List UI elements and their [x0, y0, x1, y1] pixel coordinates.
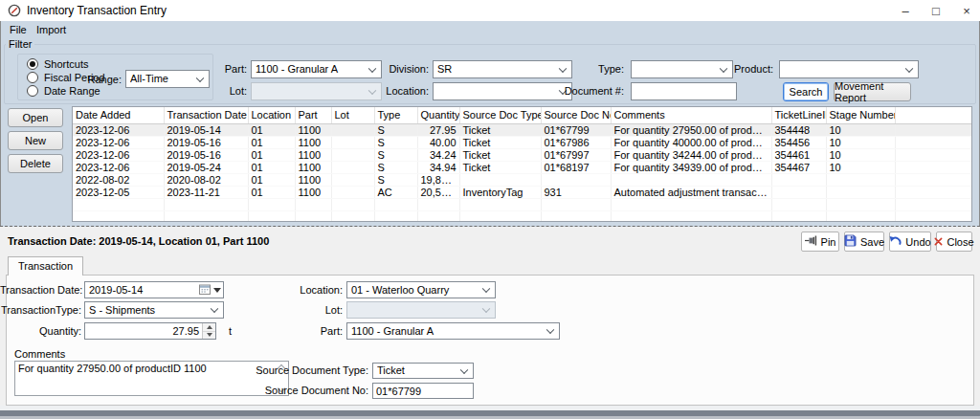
table-row[interactable]: 2023-12-062019-05-24011100S34.94Ticket01… [73, 161, 971, 173]
column-header[interactable]: Lot [331, 107, 374, 123]
lot-label: Lot: [239, 301, 343, 319]
table-cell: 01*67986 [541, 136, 611, 148]
table-cell: 1100 [295, 186, 331, 198]
app-window: Inventory Transaction Entry – □ × File I… [0, 0, 980, 419]
column-header[interactable]: Location [248, 107, 295, 123]
transaction-type-label: TransactionType: [0, 301, 81, 319]
table-row[interactable]: 2023-12-062019-05-16011100S34.24Ticket01… [73, 148, 971, 161]
radio-shortcuts[interactable]: Shortcuts [27, 58, 88, 70]
column-header[interactable]: Part [295, 107, 331, 123]
quantity-value: 27.95 [172, 323, 199, 339]
new-button[interactable]: New [8, 131, 63, 150]
column-header[interactable]: Stage Number [826, 107, 895, 123]
table-cell: 354461 [771, 148, 826, 161]
open-button[interactable]: Open [8, 108, 63, 127]
division-filter-select[interactable]: SR [433, 60, 572, 78]
tab-transaction[interactable]: Transaction [8, 256, 83, 276]
table-cell: 2019-05-14 [164, 123, 248, 136]
column-header[interactable]: Source Doc Type [459, 107, 541, 123]
document-no-input[interactable] [631, 82, 737, 100]
column-header[interactable]: Source Doc No [541, 107, 611, 123]
transaction-type-select[interactable]: S - Shipments [84, 301, 224, 319]
table-cell [295, 198, 331, 210]
undo-icon [889, 235, 902, 248]
table-row[interactable] [73, 210, 971, 222]
chevron-down-icon[interactable] [213, 288, 221, 293]
table-cell: 01 [248, 186, 295, 198]
table-cell [459, 210, 541, 222]
maximize-button[interactable]: □ [921, 0, 951, 21]
location-select[interactable]: 01 - Waterloo Quarry [346, 281, 496, 298]
results-table[interactable]: Date AddedTransaction DateLocationPartLo… [72, 106, 972, 222]
table-cell: 34.24 [417, 148, 459, 161]
table-cell-filler [895, 186, 971, 198]
table-cell: 2023-12-05 [73, 186, 164, 198]
quantity-stepper[interactable]: 27.95 [84, 322, 216, 340]
table-cell-filler [895, 123, 971, 136]
title-bar: Inventory Transaction Entry – □ × [0, 0, 980, 21]
table-cell: 01 [248, 136, 295, 148]
table-cell: 2019-05-16 [164, 136, 248, 148]
table-row[interactable]: 2022-08-022020-08-02011100S19,899.00 [73, 173, 971, 186]
lot-filter-select [251, 82, 382, 100]
part-select[interactable]: 1100 - Granular A [346, 322, 560, 340]
movement-report-button[interactable]: Movement Report [834, 82, 911, 101]
table-cell [331, 161, 374, 173]
table-row[interactable] [73, 198, 971, 210]
table-cell [771, 210, 826, 222]
close-x-icon [934, 236, 943, 248]
table-cell: 1100 [295, 136, 331, 148]
menu-bar: File Import [0, 21, 980, 38]
table-cell: S [374, 123, 417, 136]
minimize-button[interactable]: – [890, 0, 921, 21]
undo-button[interactable]: Undo [889, 232, 931, 252]
lot-filter-label: Lot: [191, 82, 247, 100]
delete-button[interactable]: Delete [8, 154, 63, 173]
column-header[interactable]: Quantity [417, 107, 459, 123]
column-header[interactable]: TicketLineID [771, 107, 826, 123]
table-cell: 931 [541, 186, 611, 198]
menu-import[interactable]: Import [33, 23, 70, 37]
search-button[interactable]: Search [783, 82, 829, 101]
menu-file[interactable]: File [6, 23, 31, 37]
location-filter-value [437, 83, 554, 99]
table-cell [164, 198, 248, 210]
table-cell [826, 173, 895, 186]
source-doc-type-select[interactable]: Ticket [372, 363, 474, 379]
column-header[interactable]: Transaction Date [164, 107, 248, 123]
source-doc-no-input[interactable] [372, 383, 474, 399]
table-row[interactable]: 2023-12-062019-05-14011100S27.95Ticket01… [73, 123, 971, 136]
lot-value [351, 302, 478, 318]
comments-label: Comments [14, 348, 65, 360]
column-header[interactable]: Date Added [73, 107, 164, 123]
table-row[interactable]: 2023-12-052023-11-21011100AC20,536.13Inv… [73, 186, 971, 198]
table-cell: InventoryTag [459, 186, 541, 198]
table-row[interactable]: 2023-12-062019-05-16011100S40.00Ticket01… [73, 136, 971, 148]
table-cell [771, 186, 826, 198]
lot-select [346, 301, 496, 319]
location-label: Location: [239, 281, 343, 298]
transaction-date-picker[interactable]: 2019-05-14 [84, 281, 224, 298]
column-header[interactable]: Comments [611, 107, 771, 123]
pin-button[interactable]: Pin [801, 232, 839, 252]
save-icon [844, 234, 857, 249]
product-filter-select[interactable] [779, 60, 919, 78]
table-cell [73, 198, 164, 210]
table-cell: 01*67997 [541, 148, 611, 161]
radio-date-range[interactable]: Date Range [27, 85, 100, 97]
calendar-icon[interactable] [199, 284, 211, 297]
radio-icon [27, 72, 38, 83]
spinner-buttons[interactable] [202, 323, 215, 339]
table-cell [826, 198, 895, 210]
part-filter-select[interactable]: 1100 - Granular A [251, 60, 382, 78]
column-header[interactable]: Type [374, 107, 417, 123]
save-button[interactable]: Save [844, 232, 884, 252]
table-cell [826, 186, 895, 198]
close-window-button[interactable]: × [951, 0, 980, 21]
close-button[interactable]: Close [936, 232, 972, 252]
table-cell: S [374, 161, 417, 173]
table-cell [459, 173, 541, 186]
detail-header: Transaction Date: 2019-05-14, Location 0… [8, 235, 269, 247]
range-value: All-Time [130, 71, 191, 87]
table-cell: 2020-08-02 [164, 173, 248, 186]
